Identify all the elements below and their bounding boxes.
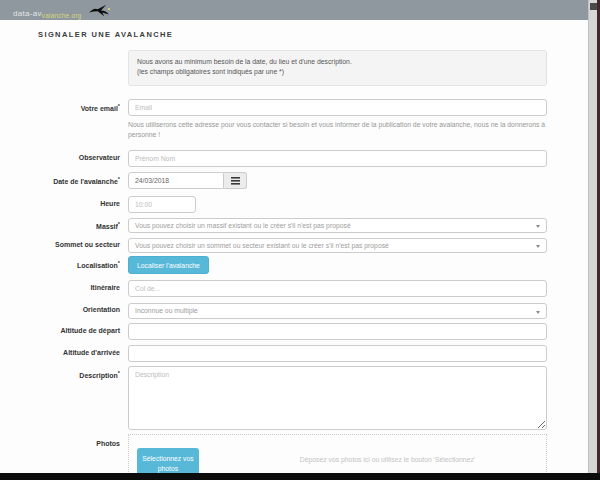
chevron-down-icon (536, 245, 540, 248)
photos-dropzone[interactable]: Sélectionnez vos photos Déposez vos phot… (128, 434, 547, 478)
orientation-select[interactable]: Inconnue ou multiple (128, 303, 547, 319)
chevron-down-icon (536, 311, 540, 314)
calendar-picker-button[interactable] (224, 172, 247, 189)
required-asterisk: * (118, 370, 120, 376)
email-field[interactable] (128, 99, 547, 116)
location-label: Localisation* (8, 260, 120, 269)
window-border-bottom (0, 473, 600, 480)
date-input-group (128, 172, 247, 189)
chevron-down-icon (536, 225, 540, 228)
time-label: Heure (8, 200, 120, 207)
route-label: Itinéraire (8, 284, 120, 291)
observer-field[interactable] (128, 150, 547, 167)
altitude-start-label: Altitude de départ (8, 327, 120, 334)
massif-label: Massif* (8, 221, 120, 230)
email-help-text: Nous utiliserons cette adresse pour vous… (128, 120, 547, 139)
altitude-end-label: Altitude d'arrivée (8, 349, 120, 356)
orientation-select-value: Inconnue ou multiple (135, 307, 198, 314)
massif-select-placeholder: Vous pouvez choisir un massif existant o… (135, 222, 351, 229)
date-label: Date de l'avalanche* (8, 176, 120, 185)
required-asterisk: * (118, 221, 120, 227)
summit-label: Sommet ou secteur (8, 241, 120, 248)
intro-line-1: Nous avons au minimum besoin de la date,… (137, 57, 538, 67)
description-field[interactable] (128, 366, 547, 430)
site-header: data-avvalanche.org (0, 0, 589, 20)
site-logo[interactable]: data-avvalanche.org (13, 2, 114, 18)
intro-note: Nous avons au minimum besoin de la date,… (128, 50, 547, 86)
required-asterisk: * (118, 103, 120, 109)
required-asterisk: * (118, 260, 120, 266)
massif-select[interactable]: Vous pouvez choisir un massif existant o… (128, 218, 547, 233)
time-field[interactable] (128, 196, 196, 213)
summit-select-placeholder: Vous pouvez choisir un sommet ou secteur… (135, 242, 389, 249)
vertical-scrollbar[interactable] (588, 0, 597, 474)
logo-text-primary: data-av (13, 9, 42, 18)
altitude-end-field[interactable] (128, 345, 547, 362)
required-asterisk: * (118, 176, 120, 182)
logo-text-secondary: valanche.org (42, 12, 82, 19)
orientation-label: Orientation (8, 306, 120, 313)
scrollbar-thumb[interactable] (590, 3, 597, 10)
page-title: SIGNALER UNE AVALANCHE (38, 30, 173, 39)
date-field[interactable] (128, 172, 224, 189)
calendar-icon (231, 177, 240, 185)
logo-spark-icon (108, 8, 110, 10)
dropzone-hint: Déposez vos photos ici ou utilisez le bo… (239, 456, 536, 463)
photos-label: Photos (8, 440, 120, 447)
bird-icon (88, 4, 110, 17)
email-label: Votre email* (8, 103, 120, 112)
locate-avalanche-button[interactable]: Localiser l'avalanche (128, 256, 209, 274)
summit-select[interactable]: Vous pouvez choisir un sommet ou secteur… (128, 238, 547, 253)
description-label: Description* (8, 370, 120, 379)
route-field[interactable] (128, 280, 547, 297)
report-avalanche-form: SIGNALER UNE AVALANCHE Nous avons au min… (8, 20, 589, 474)
intro-line-2: (les champs obligatoires sont indiqués p… (137, 67, 538, 77)
altitude-start-field[interactable] (128, 323, 547, 340)
browser-viewport: data-avvalanche.org SIGNALER UNE AVALANC… (0, 0, 600, 480)
observer-label: Observateur (8, 154, 120, 161)
